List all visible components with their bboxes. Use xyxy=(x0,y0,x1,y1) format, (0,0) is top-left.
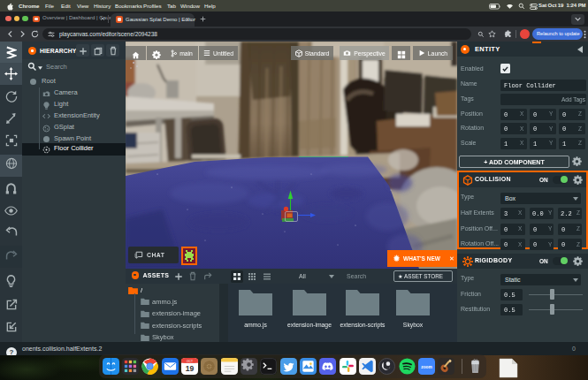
svg-text:OCT: OCT xyxy=(187,360,193,363)
svg-text:zoom: zoom xyxy=(421,365,431,369)
svg-text:19: 19 xyxy=(186,364,195,373)
